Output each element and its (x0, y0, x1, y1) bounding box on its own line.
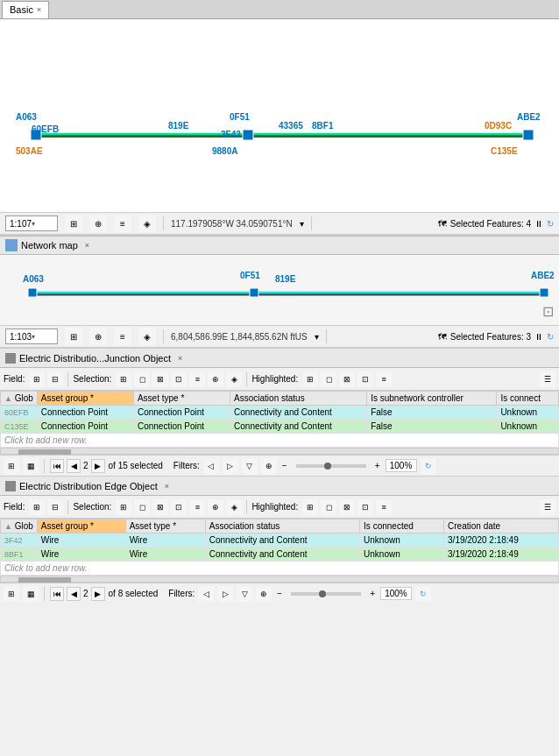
jt-filter-4[interactable]: ⊕ (261, 458, 277, 474)
jt-next-page[interactable]: ▶ (91, 459, 105, 473)
edge-sel-btn-4[interactable]: ⊡ (171, 499, 187, 515)
netmap-coord-arrow[interactable]: ▾ (315, 332, 319, 342)
edge-hl-btn-2[interactable]: ◻ (321, 499, 336, 515)
hl-btn-4[interactable]: ⊡ (357, 371, 373, 387)
jt-right-btn[interactable]: ☰ (540, 371, 555, 387)
jt-filter-3[interactable]: ▽ (242, 458, 258, 474)
edge-sel-btn-2[interactable]: ◻ (134, 499, 150, 515)
refresh-icon[interactable]: ↻ (547, 219, 554, 229)
netmap-zoom-box[interactable]: 1:103 ▾ (5, 329, 58, 344)
edge-table-title: Electric Distribution Edge Object (19, 481, 158, 491)
hl-icon-2: ◻ (326, 375, 332, 384)
et-menu-btn[interactable]: ☰ (540, 499, 555, 515)
et-next-page[interactable]: ▶ (91, 587, 105, 601)
table-row[interactable]: 3F42 Wire Wire Connectivity and Content … (1, 533, 559, 548)
et-first-page[interactable]: ⏮ (50, 587, 64, 601)
sel-btn-5[interactable]: ≡ (189, 371, 205, 387)
et-filter-3[interactable]: ▽ (237, 586, 252, 602)
et-table-view-btn[interactable]: ⊞ (4, 586, 19, 602)
et-filter-1[interactable]: ◁ (198, 586, 214, 602)
jt-table-view-btn[interactable]: ⊞ (4, 458, 19, 474)
junction-add-row[interactable]: Click to add new row. (1, 434, 559, 448)
label-A063: A063 (16, 112, 37, 122)
table-row[interactable]: 8BF1 Wire Wire Connectivity and Content … (1, 548, 559, 562)
edge-hl-btn-4[interactable]: ⊡ (357, 499, 373, 515)
edge-field-btn-1[interactable]: ⊞ (29, 499, 45, 515)
nav-tool-2[interactable]: ⊕ (89, 215, 107, 232)
et-slider-thumb[interactable] (319, 590, 326, 597)
netmap-nav-3[interactable]: ≡ (114, 328, 131, 345)
pause-icon[interactable]: ⏸ (534, 219, 543, 229)
zoom-arrow-icon[interactable]: ▾ (32, 220, 35, 228)
et-filter-slider[interactable] (291, 592, 361, 596)
edge-sel-btn-3[interactable]: ⊠ (152, 499, 168, 515)
et-row1-connect: Unknown (360, 533, 444, 548)
junction-table-wrapper[interactable]: ▲ Glob Asset group * Asset type * Associ… (0, 391, 559, 448)
netmap-label-A063: A063 (23, 274, 44, 284)
netmap-zoom-arrow[interactable]: ▾ (32, 333, 35, 341)
nav-tool-3[interactable]: ≡ (114, 215, 131, 232)
network-map-canvas[interactable]: A063 0F51 819E ABE2 ⊡ (0, 255, 559, 325)
field-btn-1[interactable]: ⊞ (29, 371, 45, 387)
hl-btn-3[interactable]: ⊠ (339, 371, 355, 387)
edge-field-btn-2[interactable]: ⊟ (47, 499, 63, 515)
jt-filter-slider[interactable] (296, 464, 366, 468)
hl-btn-2[interactable]: ◻ (321, 371, 336, 387)
edge-sel-btn-1[interactable]: ⊞ (116, 499, 131, 515)
junction-scrollbar[interactable] (0, 448, 559, 455)
sel-btn-1[interactable]: ⊞ (116, 371, 131, 387)
edge-filter-area: Filters: ◁ ▷ ▽ ⊕ − + 100% ↻ (168, 586, 431, 602)
edge-sel-btn-5[interactable]: ≡ (189, 499, 205, 515)
sel-btn-4[interactable]: ⊡ (171, 371, 187, 387)
edge-hl-btn-1[interactable]: ⊞ (302, 499, 318, 515)
hl-btn-5[interactable]: ≡ (376, 371, 392, 387)
edge-add-row[interactable]: Click to add new row. (1, 562, 559, 576)
nav-tool-4[interactable]: ◈ (138, 215, 156, 232)
network-map-close[interactable]: × (85, 241, 89, 250)
main-map-area[interactable]: A063 60EFB 503AE 819E 0F51 3F42 9880A 43… (0, 19, 559, 236)
netmap-nav-1[interactable]: ⊞ (65, 328, 82, 345)
jt-first-page[interactable]: ⏮ (50, 459, 64, 473)
netmap-nav-4[interactable]: ◈ (138, 328, 156, 345)
jt-refresh[interactable]: ↻ (421, 458, 436, 474)
et-filter-4[interactable]: ⊕ (256, 586, 272, 602)
et-grid-view-btn[interactable]: ▦ (23, 586, 39, 602)
field-btn-2[interactable]: ⊟ (47, 371, 63, 387)
jt-grid-view-btn[interactable]: ▦ (23, 458, 39, 474)
edge-sel-btn-6[interactable]: ⊕ (208, 499, 223, 515)
junction-table-close[interactable]: × (178, 354, 182, 363)
sel-btn-6[interactable]: ⊕ (208, 371, 223, 387)
basic-tab-close[interactable]: × (37, 5, 41, 14)
jt-filter-2[interactable]: ▷ (223, 458, 238, 474)
table-row[interactable]: 60EFB Connection Point Connection Point … (1, 406, 559, 420)
sel-btn-2[interactable]: ◻ (134, 371, 150, 387)
jt-menu-btn[interactable]: ☰ (540, 371, 555, 387)
et-refresh[interactable]: ↻ (415, 586, 431, 602)
edge-sel-btn-7[interactable]: ◈ (226, 499, 242, 515)
jt-slider-thumb[interactable] (324, 463, 331, 470)
main-zoom-box[interactable]: 1:107 ▾ (5, 215, 58, 231)
netmap-nav-2[interactable]: ⊕ (89, 328, 107, 345)
hl-btn-1[interactable]: ⊞ (302, 371, 318, 387)
network-map-panel-header: Network map × (0, 236, 559, 255)
edge-hl-btn-3[interactable]: ⊠ (339, 499, 355, 515)
edge-table-wrapper[interactable]: ▲ Glob Asset group * Asset type * Associ… (0, 519, 559, 576)
et-filter-2[interactable]: ▷ (217, 586, 233, 602)
sel-btn-7[interactable]: ◈ (226, 371, 242, 387)
hl-icon-4: ⊡ (362, 375, 369, 384)
table-row[interactable]: C135E Connection Point Connection Point … (1, 420, 559, 434)
basic-tab[interactable]: Basic × (2, 1, 49, 18)
edge-table-close[interactable]: × (165, 482, 169, 491)
edge-scrollbar[interactable] (0, 576, 559, 583)
et-prev-page[interactable]: ◀ (67, 587, 81, 601)
nav-tool-1[interactable]: ⊞ (65, 215, 82, 232)
edge-hl-btn-5[interactable]: ≡ (376, 499, 392, 515)
main-map-canvas[interactable]: A063 60EFB 503AE 819E 0F51 3F42 9880A 43… (0, 19, 559, 212)
sel-btn-3[interactable]: ⊠ (152, 371, 168, 387)
netmap-refresh-icon[interactable]: ↻ (547, 332, 554, 342)
coord-arrow-icon[interactable]: ▾ (300, 219, 304, 229)
netmap-pause-icon[interactable]: ⏸ (534, 332, 543, 342)
jt-filter-1[interactable]: ◁ (203, 458, 219, 474)
jt-prev-page[interactable]: ◀ (67, 459, 81, 473)
et-filter-plus: + (370, 589, 375, 598)
